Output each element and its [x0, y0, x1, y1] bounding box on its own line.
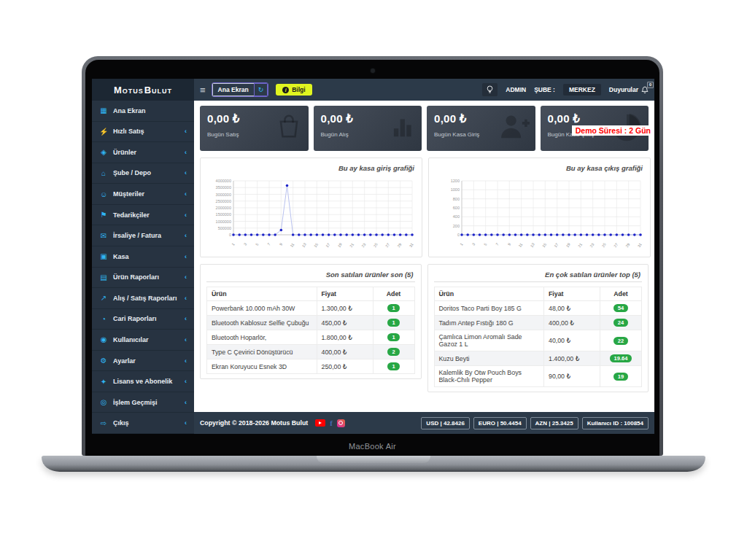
admin-label[interactable]: ADMIN — [506, 86, 526, 93]
svg-text:9: 9 — [507, 242, 512, 246]
svg-text:25: 25 — [601, 242, 607, 248]
svg-text:29: 29 — [396, 242, 402, 248]
sidebar-item-cari-raporlari[interactable]: ◔Cari Raporları‹ — [92, 309, 194, 330]
sidebar-item-kasa[interactable]: ▣Kasa‹ — [92, 246, 194, 268]
sidebar-item-hizli-satis[interactable]: ⚡Hızlı Satış‹ — [92, 122, 194, 143]
svg-text:3000000: 3000000 — [216, 192, 231, 197]
table-row[interactable]: Çamlıca Limon Aromalı Sade Gazoz 1 L40,0… — [434, 330, 642, 351]
svg-text:21: 21 — [349, 242, 355, 248]
svg-text:500000: 500000 — [218, 226, 231, 230]
youtube-icon[interactable] — [315, 419, 325, 427]
announcements-button[interactable]: Duyurular 0 — [609, 86, 649, 94]
stat-card-3[interactable]: 0,00 ₺Bugün Kasa Giriş — [427, 106, 535, 151]
sidebar-item-ana-ekran[interactable]: ▦Ana Ekran — [92, 101, 194, 122]
table-row[interactable]: Doritos Taco Parti Boy 185 G48,00 ₺54 — [434, 301, 642, 316]
sidebar-item-label: Ayarlar — [113, 357, 179, 365]
kasa-icon: ▣ — [99, 252, 108, 260]
currency-box[interactable]: AZN | 25.3425 — [530, 417, 578, 429]
chevron-left-icon: ‹ — [185, 295, 187, 302]
table-row[interactable]: Ekran Koruyucu Esnek 3D250,00 ₺1 — [207, 359, 415, 374]
sidebar-item-kullanicilar[interactable]: ◉Kullanıcılar‹ — [92, 330, 194, 351]
products-table: ÜrünFiyatAdetDoritos Taco Parti Boy 185 … — [434, 287, 643, 387]
lisans-ve-abonelik-icon: ✦ — [99, 378, 108, 386]
svg-text:19: 19 — [565, 242, 571, 248]
nav-button-group: Ana Ekran ↻ — [212, 82, 269, 97]
sidebar-item-musteriler[interactable]: ☺Müşteriler‹ — [92, 184, 194, 205]
table-row[interactable]: Kuzu Beyti1.400,00 ₺19.64 — [434, 351, 642, 366]
menu-icon[interactable]: ≡ — [200, 85, 206, 96]
svg-text:1000000: 1000000 — [216, 219, 231, 224]
product-price: 40,00 ₺ — [544, 330, 600, 351]
alis-satis-raporlari-icon: ↗ — [99, 294, 108, 302]
quantity-badge: 24 — [614, 319, 628, 327]
branch-value[interactable]: MERKEZ — [563, 84, 601, 96]
sidebar-item-label: Alış / Satış Raporları — [113, 295, 179, 302]
table-row[interactable]: Tadım Antep Fıstığı 180 G400,00 ₺24 — [434, 316, 642, 330]
sidebar-item-urunler[interactable]: ◈Ürünler‹ — [92, 142, 194, 163]
table-row[interactable]: Kalemlik By Otw Pouch Boys Black-Chılı P… — [434, 366, 642, 387]
svg-text:3: 3 — [243, 242, 248, 246]
table-row[interactable]: Type C Çevirici Dönüştürücü400,00 ₺2 — [207, 345, 415, 359]
bilgi-button[interactable]: i Bilgi — [276, 84, 311, 96]
facebook-icon[interactable]: f — [330, 419, 333, 427]
sidebar-item-irsaliye-fatura[interactable]: ✉İrsaliye / Fatura‹ — [92, 225, 194, 246]
svg-text:19: 19 — [337, 242, 343, 248]
sidebar-item-urun-raporlari[interactable]: ▤Ürün Raporları‹ — [92, 268, 194, 289]
announcements-label: Duyurular — [609, 86, 638, 93]
chevron-left-icon: ‹ — [185, 315, 187, 322]
currency-box[interactable]: USD | 42.8426 — [421, 417, 470, 429]
svg-text:27: 27 — [613, 242, 619, 248]
product-name: Ekran Koruyucu Esnek 3D — [207, 359, 317, 374]
chart-title: Bu ay kasa çıkış grafiği — [435, 163, 644, 175]
user-id-box[interactable]: Kullanıcı ID : 100854 — [582, 417, 649, 429]
sidebar-item-cikis[interactable]: ⇨Çıkış‹ — [92, 413, 194, 434]
product-name: Bluetooth Kablosuz Selfie Çubuğu — [207, 316, 317, 330]
table-row[interactable]: Powerbank 10.000 mAh 30W1.300,00 ₺1 — [207, 301, 415, 316]
svg-text:1: 1 — [231, 242, 236, 246]
sidebar-item-islem-gecmisi[interactable]: ◎İşlem Geçmişi‹ — [92, 392, 194, 413]
product-name: Kuzu Beyti — [434, 351, 544, 366]
sidebar-item-label: Cari Raporları — [113, 315, 179, 322]
sidebar: ▦Ana Ekran⚡Hızlı Satış‹◈Ürünler‹⌂Şube / … — [92, 101, 194, 434]
stat-card-2[interactable]: 0,00 ₺Bugün Alış — [314, 106, 422, 151]
theme-toggle-button[interactable] — [482, 83, 498, 96]
motusbulut-app: MotusBulut ≡ Ana Ekran ↻ i Bilgi — [92, 79, 654, 434]
product-name: Bluetooth Hoparlör, — [207, 330, 317, 345]
refresh-button[interactable]: ↻ — [254, 83, 268, 96]
stat-card-1[interactable]: 0,00 ₺Bugün Satış — [200, 106, 309, 151]
product-price: 1.300,00 ₺ — [317, 301, 373, 316]
table-row[interactable]: Bluetooth Hoparlör,1.800,00 ₺1 — [207, 330, 415, 345]
sidebar-item-alis-satis-raporlari[interactable]: ↗Alış / Satış Raporları‹ — [92, 288, 194, 309]
hizli-satis-icon: ⚡ — [99, 128, 108, 136]
laptop-base-notch — [317, 456, 430, 463]
kasa-giris-chart: 0500000100000015000002000000250000030000… — [206, 176, 416, 249]
column-header: Ürün — [207, 287, 317, 301]
table-row[interactable]: Bluetooth Kablosuz Selfie Çubuğu450,00 ₺… — [207, 316, 415, 330]
sidebar-item-ayarlar[interactable]: ⚙Ayarlar‹ — [92, 351, 194, 372]
lightbulb-icon — [487, 85, 493, 94]
svg-text:27: 27 — [384, 242, 390, 248]
svg-text:2000000: 2000000 — [216, 206, 231, 210]
sidebar-item-sube-depo[interactable]: ⌂Şube / Depo‹ — [92, 163, 194, 184]
svg-text:1200: 1200 — [451, 179, 460, 183]
sidebar-item-label: Kullanıcılar — [113, 336, 179, 343]
macbook-air-label: MacBook Air — [85, 442, 659, 451]
copyright-text: Copyright © 2018-2026 Motus Bulut — [200, 419, 308, 427]
topbar: ≡ Ana Ekran ↻ i Bilgi — [194, 79, 654, 101]
laptop-base — [42, 456, 705, 472]
app-logo[interactable]: MotusBulut — [92, 79, 194, 101]
svg-text:11: 11 — [517, 242, 523, 248]
branch-label: ŞUBE : — [534, 86, 555, 93]
ana-ekran-icon: ▦ — [99, 106, 108, 114]
sidebar-item-tedarikciler[interactable]: ⚑Tedarikçiler‹ — [92, 205, 194, 226]
quantity-badge: 22 — [614, 337, 628, 345]
tedarikciler-icon: ⚑ — [99, 211, 108, 219]
currency-box[interactable]: EURO | 50.4454 — [473, 417, 527, 429]
svg-text:31: 31 — [409, 242, 414, 248]
topbar-right: ADMIN ŞUBE : MERKEZ Duyurular 0 — [482, 83, 649, 96]
kasa-cikis-chart: 0200400600800100012001357911131517192123… — [435, 176, 644, 249]
ana-ekran-button[interactable]: Ana Ekran — [212, 83, 254, 96]
quantity-badge: 19.64 — [610, 354, 632, 362]
instagram-icon[interactable] — [337, 419, 345, 427]
sidebar-item-lisans-ve-abonelik[interactable]: ✦Lisans ve Abonelik‹ — [92, 371, 194, 392]
